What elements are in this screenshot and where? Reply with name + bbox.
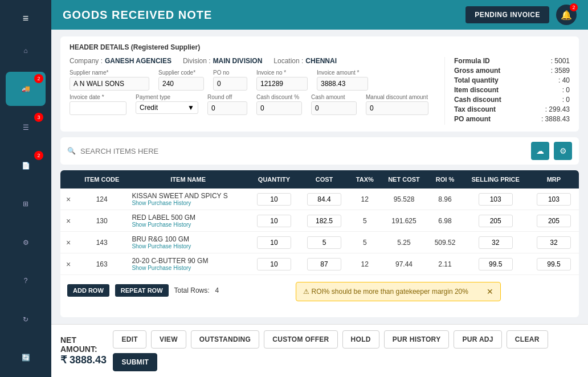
invoice-no-field: Invoice no * 121289 [256, 69, 308, 91]
sidebar-item-document[interactable]: 📄 2 [6, 149, 46, 182]
tax-discount-row: Tax discount : 299.43 [454, 105, 570, 113]
selling-price-input[interactable] [479, 258, 513, 271]
quantity-input[interactable] [257, 193, 291, 206]
supplier-name-label: Supplier name* [70, 69, 149, 76]
gross-amount-value: : 3589 [551, 67, 570, 75]
purchase-history-link[interactable]: Show Purchase History [132, 265, 244, 271]
mrp-input[interactable] [537, 258, 571, 271]
repeat-row-button[interactable]: REPEAT ROW [115, 284, 169, 297]
po-amount-label: PO amount [454, 115, 491, 123]
cost-input[interactable] [307, 215, 341, 227]
roi-cell: 8.96 [427, 188, 462, 210]
supplier-code-label: Supplier code* [158, 69, 204, 76]
hamburger-menu-icon[interactable]: ≡ [0, 6, 51, 31]
quantity-input[interactable] [257, 258, 291, 271]
edit-button[interactable]: EDIT [113, 330, 146, 349]
location-value: CHENNAI [305, 57, 337, 65]
sidebar-item-refresh[interactable]: ↻ [6, 302, 46, 336]
selling-price-input[interactable] [479, 236, 513, 249]
total-quantity-value: : 40 [558, 76, 570, 84]
payment-type-field: Payment type Credit ▼ [136, 94, 198, 115]
supplier-name-value: A N WALI SONS [70, 77, 149, 91]
tax-discount-value: : 299.43 [545, 105, 570, 113]
table-settings-button[interactable]: ⚙ [554, 142, 572, 160]
mrp-input[interactable] [537, 193, 571, 206]
manual-discount-field: Manual discount amount 0 [366, 94, 428, 115]
item-code-cell: 124 [76, 188, 127, 210]
cost-input[interactable] [307, 258, 341, 271]
company-label: Company : [70, 57, 103, 65]
sidebar-item-grid[interactable]: ⊞ [6, 187, 46, 221]
dropdown-arrow-icon[interactable]: ▼ [187, 104, 194, 112]
warning-close-button[interactable]: ✕ [487, 287, 493, 296]
cost-input[interactable] [307, 236, 341, 249]
supplier-name-field: Supplier name* A N WALI SONS [70, 69, 149, 91]
sidebar-item-sync[interactable]: 🔄 [6, 341, 46, 375]
outstanding-button[interactable]: OUTSTANDING [191, 330, 259, 349]
submit-button[interactable]: SUBMIT [113, 353, 157, 371]
item-name-cell: RED LABEL 500 GM Show Purchase History [127, 210, 249, 232]
custom-offer-button[interactable]: CUSTOM OFFER [264, 330, 337, 349]
item-discount-value: : 0 [562, 86, 570, 94]
warning-banner: ⚠ ROI% should be more than gatekeeper ma… [296, 282, 501, 301]
tax-cell: 5 [349, 232, 380, 253]
cost-input[interactable] [307, 193, 341, 206]
sidebar-item-home[interactable]: ⌂ [6, 34, 46, 67]
cash-amount-field: Cash amount 0 [311, 94, 357, 115]
pur-adj-button[interactable]: PUR ADJ [454, 330, 501, 349]
col-net-cost: NET COST [380, 170, 427, 188]
manual-discount-value: 0 [366, 101, 428, 115]
warning-message: ⚠ ROI% should be more than gatekeeper ma… [303, 288, 468, 296]
delete-row-button[interactable]: × [66, 260, 71, 269]
search-bar: 🔍 ☁ ⚙ [60, 137, 579, 165]
sidebar-item-delivery[interactable]: 🚚 2 [6, 72, 46, 105]
col-roi: ROI % [427, 170, 462, 188]
upload-button[interactable]: ☁ [531, 142, 549, 160]
invoice-no-value: 121289 [256, 77, 308, 91]
quantity-input[interactable] [257, 215, 291, 227]
quantity-input[interactable] [257, 236, 291, 249]
selling-price-input[interactable] [479, 215, 513, 227]
upload-icon: ☁ [536, 146, 544, 155]
cash-discount-summary-label: Cash discount [454, 96, 501, 104]
sidebar-item-help[interactable]: ? [6, 264, 46, 298]
table-row: × 124 KISSAN SWEET AND SPICY S Show Purc… [60, 188, 579, 210]
view-button[interactable]: VIEW [151, 330, 186, 349]
search-input[interactable] [80, 147, 526, 155]
item-discount-label: Item discount [454, 86, 499, 94]
division-info: Division : MAIN DIVISION [183, 57, 262, 65]
sync-icon: 🔄 [22, 354, 30, 362]
net-cost-cell: 95.528 [380, 188, 427, 210]
mrp-input[interactable] [537, 236, 571, 249]
mrp-input[interactable] [537, 215, 571, 227]
selling-price-input[interactable] [479, 193, 513, 206]
total-rows-label: Total Rows: [174, 286, 210, 294]
hold-button[interactable]: HOLD [342, 330, 379, 349]
po-amount-row: PO amount : 3888.43 [454, 115, 570, 123]
col-item-name: ITEM NAME [127, 170, 249, 188]
document-badge: 2 [34, 151, 43, 160]
gross-amount-row: Gross amount : 3589 [454, 67, 570, 75]
division-value: MAIN DIVISION [213, 57, 263, 65]
company-value: GANESH AGENCIES [105, 57, 172, 65]
content-area: HEADER DETAILS (Registered Supplier) Com… [51, 30, 588, 324]
cash-discount-pct-label: Cash discount % [256, 94, 302, 100]
delete-row-button[interactable]: × [66, 216, 71, 226]
po-no-field: PO no 0 [213, 69, 247, 91]
pur-history-button[interactable]: PUR HISTORY [384, 330, 450, 349]
purchase-history-link[interactable]: Show Purchase History [132, 200, 244, 206]
manual-discount-label: Manual discount amount [366, 94, 428, 100]
invoice-date-input[interactable] [70, 101, 126, 115]
refresh-icon: ↻ [23, 315, 28, 323]
pending-invoice-button[interactable]: PENDING INVOICE [466, 6, 549, 23]
delete-row-button[interactable]: × [66, 195, 71, 204]
item-name-cell: BRU R&G 100 GM Show Purchase History [127, 232, 249, 253]
clear-button[interactable]: CLEAR [507, 330, 548, 349]
delete-row-button[interactable]: × [66, 238, 71, 247]
notification-button[interactable]: 🔔 2 [556, 5, 577, 25]
sidebar-item-list[interactable]: ☰ 3 [6, 110, 46, 144]
sidebar-item-settings[interactable]: ⚙ [6, 226, 46, 259]
add-row-button[interactable]: ADD ROW [67, 284, 109, 297]
purchase-history-link[interactable]: Show Purchase History [132, 222, 244, 228]
purchase-history-link[interactable]: Show Purchase History [132, 243, 244, 249]
